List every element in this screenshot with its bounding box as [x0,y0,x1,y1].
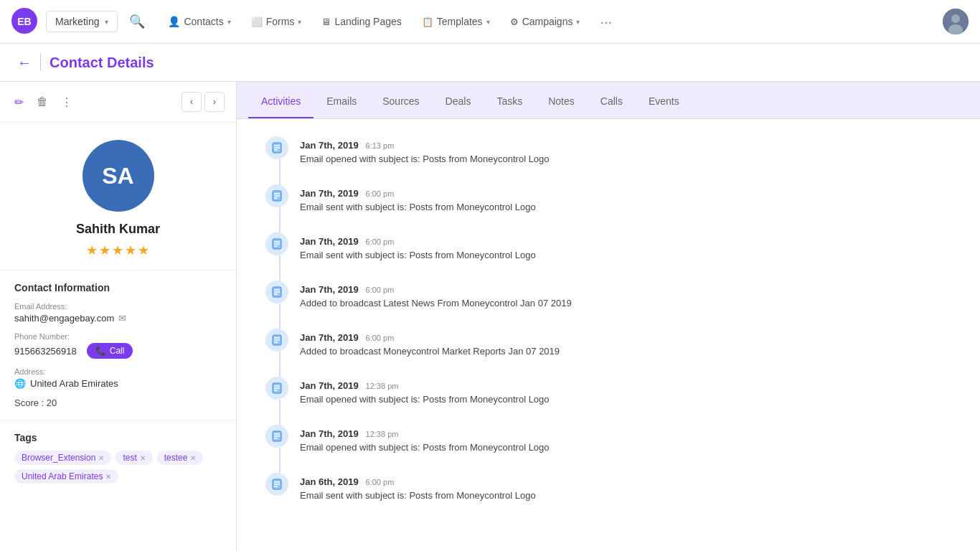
tab-calls[interactable]: Calls [588,85,636,118]
timeline-icon [265,232,288,255]
address-value: 🌐 United Arab Emirates [14,378,222,389]
left-panel: ✏ 🗑 ⋮ ‹ › SA Sahith Kumar ★★★★★ Contact … [0,82,237,551]
templates-chevron: ▾ [486,18,490,26]
contact-info-section: Contact Information Email Address: sahit… [0,270,236,420]
nav-contacts-label: Contacts [184,16,223,27]
tag-label: test [123,453,136,463]
nav-landing-pages[interactable]: 🖥 Landing Pages [313,10,410,33]
more-options-icon[interactable]: ⋮ [58,93,75,112]
avatar-section: SA Sahith Kumar ★★★★★ [0,123,236,270]
header-divider [40,54,41,71]
email-row: Email Address: sahith@engagebay.com ✉ [14,302,222,324]
address-label: Address: [14,367,222,376]
avatar-initials: SA [102,163,133,189]
timeline-time: 6:13 pm [366,141,395,150]
navbar: EB Marketing ▾ 🔍 👤 Contacts ▾ ⬜ Forms ▾ … [0,0,980,44]
score-row: Score : 20 [14,397,222,408]
forms-chevron: ▾ [298,18,301,26]
user-avatar[interactable] [943,9,969,34]
tag-close-icon[interactable]: ✕ [190,454,196,462]
nav-landing-pages-label: Landing Pages [334,16,401,27]
timeline-content: Jan 6th, 2019 6:00 pm Email sent with su… [300,473,951,501]
right-panel: ActivitiesEmailsSourcesDealsTasksNotesCa… [237,82,980,551]
next-contact-button[interactable]: › [204,92,225,112]
prev-contact-button[interactable]: ‹ [182,92,202,112]
main-nav: 👤 Contacts ▾ ⬜ Forms ▾ 🖥 Landing Pages 📋… [159,8,943,36]
tab-deals[interactable]: Deals [433,85,484,118]
timeline-text: Email opened with subject is: Posts from… [300,442,951,453]
tab-sources[interactable]: Sources [369,85,432,118]
tag-item: United Arab Emirates✕ [14,469,118,484]
tag-close-icon[interactable]: ✕ [105,473,111,481]
tab-events[interactable]: Events [636,85,692,118]
timeline-item: Jan 7th, 2019 6:13 pm Email opened with … [265,136,951,164]
workspace-label: Marketing [55,16,99,27]
tags-section: Tags Browser_Extension✕test✕testee✕Unite… [0,420,236,495]
email-value: sahith@engagebay.com ✉ [14,313,222,324]
timeline-icon [265,281,288,303]
timeline-text: Email sent with subject is: Posts from M… [300,250,951,260]
email-icon: ✉ [118,313,126,324]
timeline-time: 6:00 pm [366,334,395,342]
avatar: SA [83,140,154,212]
nav-more-btn[interactable]: ··· [591,8,621,36]
timeline-time: 12:38 pm [366,382,399,390]
timeline-text: Email opened with subject is: Posts from… [300,394,951,405]
tag-label: testee [164,453,188,463]
tags-title: Tags [14,432,222,443]
timeline-date: Jan 6th, 2019 [300,476,359,487]
tab-activities[interactable]: Activities [248,85,314,118]
campaigns-icon: ⚙ [510,17,519,27]
nav-campaigns-label: Campaigns [522,16,573,27]
contacts-chevron: ▾ [227,18,231,26]
edit-icon[interactable]: ✏ [11,93,27,112]
timeline-content: Jan 7th, 2019 6:00 pm Email sent with su… [300,232,951,260]
tab-notes[interactable]: Notes [535,85,588,118]
back-button[interactable]: ← [17,55,32,71]
nav-contacts[interactable]: 👤 Contacts ▾ [159,10,239,33]
svg-point-3 [951,14,960,23]
email-text: sahith@engagebay.com [14,313,114,324]
timeline-item: Jan 7th, 2019 6:00 pm Added to broadcast… [265,281,951,309]
timeline-time: 6:00 pm [366,189,395,198]
search-icon[interactable]: 🔍 [129,14,145,29]
timeline-icon [265,377,288,400]
nav-forms[interactable]: ⬜ Forms ▾ [242,10,311,33]
phone-row: Phone Number: 915663256918 📞 Call [14,332,222,359]
tag-item: test✕ [116,451,152,465]
workspace-dropdown[interactable]: Marketing ▾ [46,11,118,32]
delete-icon[interactable]: 🗑 [34,93,51,111]
timeline-text: Email sent with subject is: Posts from M… [300,490,951,501]
contacts-icon: 👤 [168,16,180,27]
nav-templates-label: Templates [437,16,483,27]
timeline-text: Email opened with subject is: Posts from… [300,154,951,164]
nav-templates[interactable]: 📋 Templates ▾ [413,10,499,33]
timeline-content: Jan 7th, 2019 6:00 pm Added to broadcast… [300,329,951,357]
timeline-item: Jan 6th, 2019 6:00 pm Email sent with su… [265,473,951,501]
timeline-icon [265,425,288,448]
app-logo[interactable]: EB [11,8,37,36]
call-label: Call [110,346,125,356]
contact-info-title: Contact Information [14,282,222,293]
nav-campaigns[interactable]: ⚙ Campaigns ▾ [501,10,589,33]
tag-close-icon[interactable]: ✕ [140,454,146,462]
contact-nav-btns: ‹ › [182,92,225,112]
page-header: ← Contact Details [0,44,980,82]
tab-emails[interactable]: Emails [314,85,369,118]
score-value: Score : 20 [14,397,57,408]
tag-close-icon[interactable]: ✕ [98,454,104,462]
call-button[interactable]: 📞 Call [87,343,133,359]
timeline-time: 6:00 pm [366,478,395,486]
contact-toolbar: ✏ 🗑 ⋮ ‹ › [0,82,236,123]
phone-value: 915663256918 📞 Call [14,343,222,359]
contact-name: Sahith Kumar [76,222,160,237]
globe-icon: 🌐 [14,378,26,389]
timeline-content: Jan 7th, 2019 6:00 pm Email sent with su… [300,184,951,212]
timeline-date: Jan 7th, 2019 [300,140,359,151]
contact-rating: ★★★★★ [86,242,151,258]
address-country: United Arab Emirates [30,378,118,389]
timeline-icon [265,473,288,496]
tag-item: Browser_Extension✕ [14,451,111,465]
tab-tasks[interactable]: Tasks [484,85,535,118]
timeline-text: Email sent with subject is: Posts from M… [300,202,951,212]
